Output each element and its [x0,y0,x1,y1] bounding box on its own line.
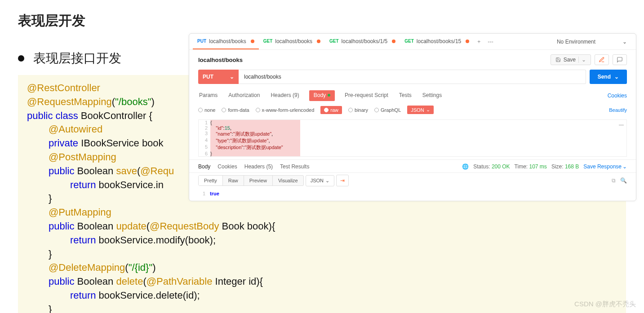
comment-button[interactable] [613,54,627,65]
radio-raw[interactable]: raw [320,106,342,114]
tab-url: localhost/books/15 [417,38,461,44]
more-tabs-button[interactable]: ◦◦◦ [484,39,497,45]
comment-icon [617,57,623,63]
copy-icon[interactable]: ⧉ [612,177,616,184]
size-label: Size: 168 B [551,163,579,170]
postman-tabs: PUTlocalhost/booksGETlocalhost/booksGETl… [189,34,636,50]
save-label: Save [564,57,576,63]
watermark: CSDN @胖虎不秃头 [574,300,636,309]
postman-tab[interactable]: GETlocalhost/books/1/5 [325,34,400,49]
tab-body-label: Body [314,92,326,98]
globe-icon[interactable]: 🌐 [462,163,469,170]
pencil-icon [599,57,605,63]
chevron-down-icon: ⌄ [622,163,627,170]
save-response-button[interactable]: Save Response ⌄ [583,163,627,170]
radio-icon [222,108,226,112]
dirty-dot-icon [251,40,254,43]
content-type-select[interactable]: JSON⌄ [407,106,433,114]
radio-none[interactable]: none [198,107,215,113]
time-label: Time: 107 ms [515,163,547,170]
dirty-dot-icon [317,40,320,43]
response-tab-tests[interactable]: Test Results [280,163,309,170]
tab-url: localhost/books [275,38,312,44]
postman-tab[interactable]: GETlocalhost/books/15 [400,34,474,49]
request-body-editor[interactable]: — 1{2 "id":15,3 "name":"测试数据update",4 "t… [198,119,627,157]
response-type-select[interactable]: JSON⌄ [306,175,334,186]
tab-authorization[interactable]: Authorization [227,90,261,101]
postman-tab[interactable]: PUTlocalhost/books [193,34,259,49]
radio-form-data[interactable]: form-data [222,107,249,113]
radio-graphql[interactable]: GraphQL [374,107,401,113]
url-input[interactable]: localhost/books [239,70,586,84]
tab-url: localhost/books [209,38,246,44]
wrap-button[interactable]: ⇥ [336,175,349,186]
tab-body[interactable]: Body [309,90,335,101]
format-segment: Pretty Raw Preview Visualize [198,175,304,186]
method-badge: GET [329,39,339,44]
page-title: 表现层开发 [0,0,644,30]
chevron-down-icon: ⌄ [426,107,430,113]
save-button[interactable]: Save ⌄ [551,54,591,65]
method-label: PUT [203,74,213,80]
tab-prerequest[interactable]: Pre-request Script [344,90,389,101]
request-title: localhost/books [198,57,243,63]
edit-button[interactable] [595,54,609,65]
format-pretty[interactable]: Pretty [199,176,223,185]
chevron-down-icon[interactable]: ⌄ [578,57,586,63]
status-label: Status: 200 OK [473,163,510,170]
radio-icon [348,108,353,112]
radio-icon [324,108,329,112]
new-tab-button[interactable]: + [474,39,484,45]
method-badge: GET [263,39,273,44]
tab-url: localhost/books/1/5 [342,38,388,44]
method-badge: PUT [197,39,206,44]
search-icon[interactable]: 🔍 [620,177,627,184]
radio-icon [374,108,379,112]
chevron-down-icon: ⌄ [325,178,329,184]
response-tab-body[interactable]: Body [198,163,210,170]
chevron-down-icon: ⌄ [614,74,619,80]
bullet-icon [18,55,24,62]
bullet-text: 表现层接口开发 [33,50,121,67]
radio-icon [198,108,203,112]
format-preview[interactable]: Preview [244,176,273,185]
save-icon [555,57,561,62]
radio-icon [256,108,260,112]
response-tab-cookies[interactable]: Cookies [218,163,237,170]
dot-icon [328,94,330,97]
chevron-down-icon: ⌄ [622,39,627,45]
method-badge: GET [404,39,414,44]
beautify-link[interactable]: Beautify [609,107,627,113]
tab-settings[interactable]: Settings [422,90,443,101]
tab-headers[interactable]: Headers (9) [270,90,300,101]
tab-tests[interactable]: Tests [398,90,413,101]
format-raw[interactable]: Raw [223,176,244,185]
send-button[interactable]: Send ⌄ [590,70,627,84]
cookies-link[interactable]: Cookies [608,93,627,99]
postman-tab[interactable]: GETlocalhost/books [259,34,325,49]
format-visualize[interactable]: Visualize [273,176,303,185]
radio-xwww[interactable]: x-www-form-urlencoded [256,107,315,113]
tab-params[interactable]: Params [198,90,218,101]
response-tab-headers[interactable]: Headers (5) [244,163,273,170]
send-label: Send [598,74,611,80]
collapse-icon[interactable]: — [619,122,624,127]
radio-binary[interactable]: binary [348,107,368,113]
dirty-dot-icon [392,40,395,43]
dirty-dot-icon [466,40,469,43]
chevron-down-icon: ⌄ [230,74,234,80]
method-select[interactable]: PUT ⌄ [198,70,239,84]
response-body: 1true [189,188,636,201]
environment-select[interactable]: No Environment [557,39,595,45]
postman-window: PUTlocalhost/booksGETlocalhost/booksGETl… [189,33,636,201]
